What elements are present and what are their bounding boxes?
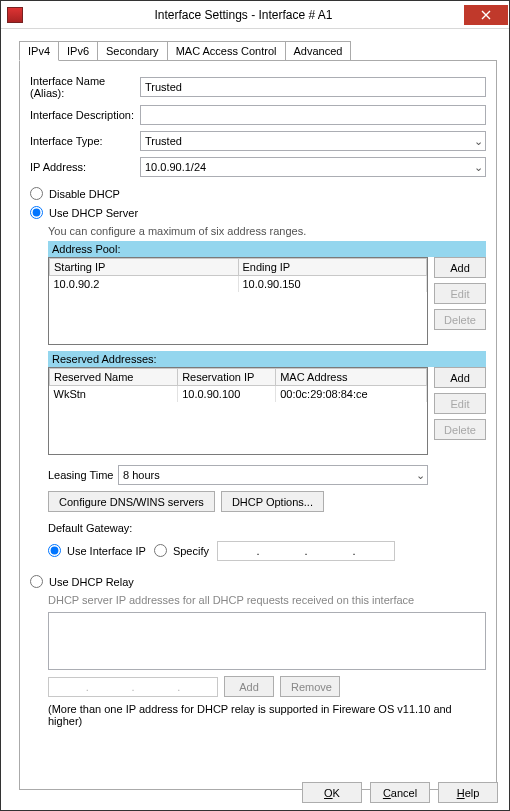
tab-ipv6[interactable]: IPv6 [59,41,98,61]
table-row[interactable]: 10.0.90.2 10.0.90.150 [50,276,427,293]
cell-start-ip: 10.0.90.2 [50,276,239,293]
close-button[interactable] [464,5,508,25]
chevron-down-icon: ⌄ [413,469,427,482]
relay-remove-button[interactable]: Remove [280,676,340,697]
cancel-button[interactable]: Cancel [370,782,430,803]
ip-address-select[interactable]: 10.0.90.1/24 ⌄ [140,157,486,177]
tab-secondary[interactable]: Secondary [98,41,168,61]
chevron-down-icon: ⌄ [471,135,485,148]
col-reservation-ip[interactable]: Reservation IP [178,369,276,386]
table-row[interactable]: WkStn 10.0.90.100 00:0c:29:08:84:ce [50,386,427,403]
relay-ip-input[interactable]: ... [48,677,218,697]
tab-ipv4[interactable]: IPv4 [19,41,59,61]
address-pool-table[interactable]: Starting IP Ending IP 10.0.90.2 10.0.90.… [48,257,428,345]
dhcp-relay-hint: DHCP server IP addresses for all DHCP re… [48,594,486,606]
dhcp-server-hint: You can configure a maximum of six addre… [48,225,486,237]
help-button[interactable]: Help [438,782,498,803]
reserved-add-button[interactable]: Add [434,367,486,388]
app-icon [7,7,23,23]
use-interface-ip-radio[interactable] [48,544,61,557]
col-starting-ip[interactable]: Starting IP [50,259,239,276]
reserved-addresses-header: Reserved Addresses: [48,351,486,367]
cell-reserved-name: WkStn [50,386,178,403]
col-reserved-name[interactable]: Reserved Name [50,369,178,386]
pool-edit-button[interactable]: Edit [434,283,486,304]
tab-mac-access-control[interactable]: MAC Access Control [168,41,286,61]
ip-address-label: IP Address: [30,161,140,173]
dhcp-relay-list[interactable] [48,612,486,670]
title-bar: Interface Settings - Interface # A1 [1,1,509,29]
cell-end-ip: 10.0.90.150 [238,276,427,293]
chevron-down-icon: ⌄ [471,161,485,174]
use-dhcp-server-radio[interactable] [30,206,43,219]
use-dhcp-server-label: Use DHCP Server [49,207,138,219]
cell-mac: 00:0c:29:08:84:ce [276,386,427,403]
reserved-edit-button[interactable]: Edit [434,393,486,414]
leasing-time-label: Leasing Time [48,469,118,481]
specify-gateway-radio[interactable] [154,544,167,557]
configure-dns-wins-button[interactable]: Configure DNS/WINS servers [48,491,215,512]
col-mac-address[interactable]: MAC Address [276,369,427,386]
specify-gateway-label: Specify [173,545,209,557]
interface-name-label: Interface Name (Alias): [30,75,140,99]
interface-type-select[interactable]: Trusted ⌄ [140,131,486,151]
ip-address-value: 10.0.90.1/24 [145,161,206,173]
tab-advanced[interactable]: Advanced [286,41,352,61]
interface-type-value: Trusted [145,135,182,147]
reserved-delete-button[interactable]: Delete [434,419,486,440]
use-dhcp-relay-radio[interactable] [30,575,43,588]
leasing-time-select[interactable]: 8 hours ⌄ [118,465,428,485]
use-interface-ip-label: Use Interface IP [67,545,146,557]
relay-add-button[interactable]: Add [224,676,274,697]
window-title: Interface Settings - Interface # A1 [23,8,464,22]
relay-note: (More than one IP address for DHCP relay… [48,703,486,727]
address-pool-header: Address Pool: [48,241,486,257]
ok-button[interactable]: OK [302,782,362,803]
interface-description-input[interactable] [140,105,486,125]
close-icon [481,10,491,20]
gateway-ip-input[interactable]: ... [217,541,395,561]
interface-type-label: Interface Type: [30,135,140,147]
interface-description-label: Interface Description: [30,109,140,121]
disable-dhcp-radio[interactable] [30,187,43,200]
default-gateway-label: Default Gateway: [48,522,486,534]
use-dhcp-relay-label: Use DHCP Relay [49,576,134,588]
leasing-time-value: 8 hours [123,469,160,481]
pool-add-button[interactable]: Add [434,257,486,278]
dialog-buttons: OK Cancel Help [302,782,498,803]
tab-strip: IPv4 IPv6 Secondary MAC Access Control A… [19,41,509,61]
interface-name-input[interactable] [140,77,486,97]
col-ending-ip[interactable]: Ending IP [238,259,427,276]
dhcp-options-button[interactable]: DHCP Options... [221,491,324,512]
pool-delete-button[interactable]: Delete [434,309,486,330]
reserved-addresses-table[interactable]: Reserved Name Reservation IP MAC Address… [48,367,428,455]
tab-panel-ipv4: Interface Name (Alias): Interface Descri… [19,60,497,790]
disable-dhcp-label: Disable DHCP [49,188,120,200]
cell-reservation-ip: 10.0.90.100 [178,386,276,403]
